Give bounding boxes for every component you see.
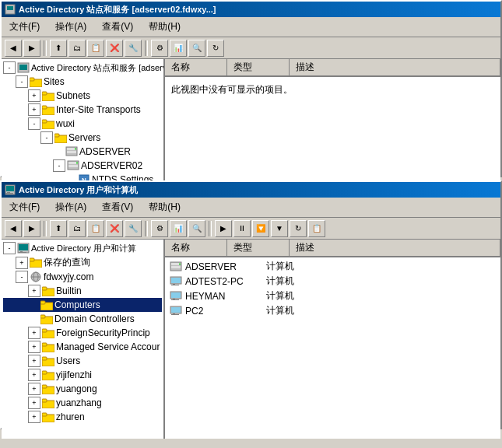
tb2-btn-2[interactable]: 🗂 bbox=[68, 220, 86, 237]
tb2-btn-8[interactable]: 🔍 bbox=[188, 220, 205, 237]
expander-wuxi[interactable]: - bbox=[28, 117, 40, 130]
menu-bar-1: 文件(F) 操作(A) 查看(V) 帮助(H) bbox=[2, 17, 500, 37]
tree-foreign-security[interactable]: + ForeignSecurityPrincip bbox=[3, 326, 162, 340]
tree-yuangong[interactable]: + yuangong bbox=[3, 382, 162, 396]
managed-label: Managed Service Accour bbox=[56, 341, 160, 352]
expander-yijifenzhi[interactable]: + bbox=[28, 369, 40, 381]
svg-rect-12 bbox=[42, 120, 47, 123]
managed-icon bbox=[42, 341, 54, 353]
subnets-label: Subnets bbox=[56, 90, 90, 101]
tb2-btn-13[interactable]: ↻ bbox=[290, 220, 307, 237]
tb2-back-btn[interactable]: ◀ bbox=[5, 220, 22, 237]
expander-yuangong[interactable]: + bbox=[28, 383, 40, 395]
tb-btn-5[interactable]: 🔧 bbox=[125, 40, 142, 57]
menu-action-2[interactable]: 操作(A) bbox=[51, 199, 91, 215]
tree-sites[interactable]: - Sites bbox=[3, 75, 162, 89]
tree-subnets[interactable]: + Subnets bbox=[3, 89, 162, 103]
expander-root-1[interactable]: - bbox=[3, 61, 16, 74]
col-desc-1[interactable]: 描述 bbox=[290, 59, 500, 75]
tree-root-2[interactable]: - Active Directory 用户和计算 bbox=[3, 241, 162, 255]
tree-zhuren[interactable]: + zhuren bbox=[3, 410, 162, 424]
tb-btn-9[interactable]: ↻ bbox=[207, 40, 224, 57]
expander-servers[interactable]: - bbox=[40, 131, 53, 144]
menu-view-2[interactable]: 查看(V) bbox=[97, 199, 138, 215]
tree-saved-queries[interactable]: + 保存的查询 bbox=[3, 255, 162, 270]
expander-inter-site[interactable]: + bbox=[28, 103, 40, 116]
zhuren-label: zhuren bbox=[56, 411, 85, 422]
tb2-up-btn[interactable]: ⬆ bbox=[50, 220, 67, 237]
tree-builtin[interactable]: + Builtin bbox=[3, 284, 162, 298]
svg-rect-77 bbox=[171, 314, 179, 315]
col-name-2[interactable]: 名称 bbox=[165, 240, 227, 256]
menu-help-2[interactable]: 帮助(H) bbox=[144, 199, 185, 215]
list-row-pc2[interactable]: PC2 计算机 bbox=[167, 303, 499, 318]
adtest2-row-type: 计算机 bbox=[266, 275, 328, 288]
tb2-btn-14[interactable]: 📋 bbox=[308, 220, 325, 237]
col-desc-2[interactable]: 描述 bbox=[290, 240, 500, 256]
tree-fdwxyjy[interactable]: - fdwxyjy.com bbox=[3, 270, 162, 284]
tree-adserver02[interactable]: - ADSERVER02 bbox=[3, 159, 162, 173]
menu-view-1[interactable]: 查看(V) bbox=[97, 19, 138, 35]
tb2-forward-btn[interactable]: ▶ bbox=[23, 220, 40, 237]
tb-sep-2 bbox=[145, 40, 148, 56]
col-name-1[interactable]: 名称 bbox=[165, 59, 227, 75]
tb-btn-3[interactable]: 📋 bbox=[87, 40, 104, 57]
users-label: Users bbox=[56, 355, 80, 366]
col-type-2[interactable]: 类型 bbox=[227, 240, 290, 256]
list-row-adserver[interactable]: ADSERVER 计算机 bbox=[167, 259, 499, 274]
tb2-btn-4[interactable]: ❌ bbox=[106, 220, 123, 237]
tree-users[interactable]: + Users bbox=[3, 354, 162, 368]
tb2-btn-12[interactable]: ▼ bbox=[271, 220, 288, 237]
expander-builtin[interactable]: + bbox=[28, 285, 40, 297]
tb2-btn-10[interactable]: ⏸ bbox=[233, 220, 251, 237]
tree-wuxi[interactable]: - wuxi bbox=[3, 117, 162, 131]
expander-root-2[interactable]: - bbox=[3, 242, 16, 254]
expander-sites[interactable]: - bbox=[16, 75, 28, 88]
tree-root-1[interactable]: - Active Directory 站点和服务 [adserver02.fdw… bbox=[3, 61, 162, 75]
list-panel-2: 名称 类型 描述 ADSERVER 计算机 bbox=[165, 240, 500, 439]
menu-file-1[interactable]: 文件(F) bbox=[5, 19, 44, 35]
tree-yuanzhang[interactable]: + yuanzhang bbox=[3, 396, 162, 410]
tree-adserver[interactable]: ADSERVER bbox=[3, 145, 162, 159]
tb2-btn-7[interactable]: 📊 bbox=[170, 220, 187, 237]
yijifenzhi-icon bbox=[42, 369, 54, 381]
tb2-btn-6[interactable]: ⚙ bbox=[151, 220, 168, 237]
tb-up-btn[interactable]: ⬆ bbox=[50, 40, 67, 57]
tb-forward-btn[interactable]: ▶ bbox=[23, 40, 40, 57]
tree-computers[interactable]: Computers bbox=[3, 298, 162, 312]
list-row-adtest2[interactable]: ADTEST2-PC 计算机 bbox=[167, 274, 499, 289]
svg-point-22 bbox=[76, 163, 78, 164]
tree-domain-controllers[interactable]: Domain Controllers bbox=[3, 312, 162, 326]
yuanzhang-icon bbox=[42, 397, 54, 409]
tb-back-btn[interactable]: ◀ bbox=[5, 40, 22, 57]
tb2-btn-11[interactable]: 🔽 bbox=[252, 220, 269, 237]
expander-yuanzhang[interactable]: + bbox=[28, 397, 40, 409]
list-row-heyman[interactable]: HEYMAN 计算机 bbox=[167, 289, 499, 303]
tb-btn-6[interactable]: ⚙ bbox=[151, 40, 168, 57]
tb-btn-4[interactable]: ❌ bbox=[106, 40, 123, 57]
expander-adserver02[interactable]: - bbox=[53, 159, 65, 172]
tb-btn-7[interactable]: 📊 bbox=[170, 40, 187, 57]
tree-managed-service[interactable]: + Managed Service Accour bbox=[3, 340, 162, 354]
tb2-btn-5[interactable]: 🔧 bbox=[125, 220, 142, 237]
expander-foreign[interactable]: + bbox=[28, 327, 40, 339]
expander-users[interactable]: + bbox=[28, 355, 40, 367]
tb2-btn-9[interactable]: ▶ bbox=[215, 220, 232, 237]
col-type-1[interactable]: 类型 bbox=[227, 59, 290, 75]
menu-help-1[interactable]: 帮助(H) bbox=[144, 19, 185, 35]
toolbar-1: ◀ ▶ ⬆ 🗂 📋 ❌ 🔧 ⚙ 📊 🔍 ↻ bbox=[2, 37, 500, 59]
menu-action-1[interactable]: 操作(A) bbox=[51, 19, 91, 35]
tb-btn-8[interactable]: 🔍 bbox=[188, 40, 205, 57]
expander-managed[interactable]: + bbox=[28, 341, 40, 353]
tree-yijifenzhi[interactable]: + yijifenzhi bbox=[3, 368, 162, 382]
expander-fdwxyjy[interactable]: - bbox=[16, 271, 28, 283]
tree-inter-site[interactable]: + Inter-Site Transports bbox=[3, 103, 162, 117]
tree-servers[interactable]: - Servers bbox=[3, 131, 162, 145]
expander-saved-queries[interactable]: + bbox=[16, 257, 28, 269]
expander-subnets[interactable]: + bbox=[28, 89, 40, 102]
tb2-btn-3[interactable]: 📋 bbox=[87, 220, 104, 237]
expander-zhuren[interactable]: + bbox=[28, 411, 40, 423]
tb-btn-2[interactable]: 🗂 bbox=[68, 40, 86, 57]
menu-file-2[interactable]: 文件(F) bbox=[5, 199, 44, 215]
heyman-row-icon bbox=[170, 290, 182, 303]
